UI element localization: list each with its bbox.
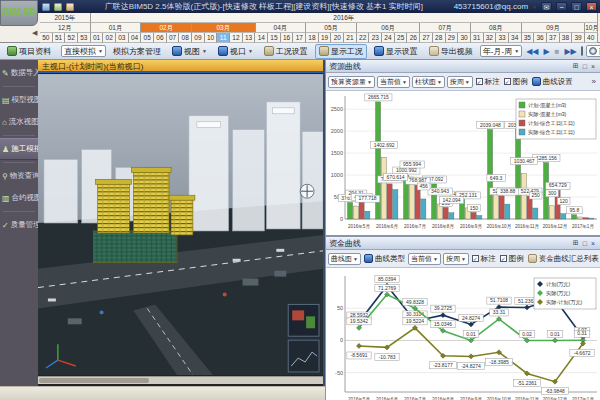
timeline-month[interactable]: 10月 [585,23,598,33]
timeline-month[interactable]: 09月 [522,23,585,33]
sidebar-item-2[interactable]: ▤模型视图 [0,89,38,111]
timeline-week[interactable]: 32 [484,33,497,43]
fund-summary-button[interactable]: 资金曲线汇总列表 [527,254,600,264]
timeline-week[interactable]: 21 [344,33,357,43]
fund-chart-style-select[interactable]: 曲线图 ▼ [328,253,361,265]
line-chart-svg[interactable]: -5005028.593285.039430.310439.272524.827… [326,268,600,400]
resource-type-select[interactable]: 预算资源量 ▼ [328,76,375,88]
display-settings-button[interactable]: 显示设置 [370,44,422,59]
timeline-week[interactable]: 26 [407,33,420,43]
period-select[interactable]: 按周 ▼ [447,76,473,88]
show-condition-button[interactable]: 显示工况 [315,44,367,59]
close-icon[interactable]: × [589,63,597,70]
play-button[interactable]: ▶ [542,47,550,56]
timeline-week[interactable]: 12 [230,33,243,43]
timeline-year[interactable]: 2016年 [91,13,598,23]
account-dropdown-icon[interactable]: ▼ [532,4,537,10]
timeline-month[interactable]: 08月 [471,23,522,33]
timeline-week[interactable]: 28 [433,33,446,43]
viewport-scrollbar[interactable] [38,376,323,384]
help-icon[interactable] [66,3,74,11]
curve-type-button[interactable]: 曲线类型 [363,254,406,264]
export-video-button[interactable]: 导出视频 [425,44,477,59]
timeline-month[interactable]: 04月 [256,23,307,33]
timeline-week[interactable]: 25 [395,33,408,43]
sidebar-item-3[interactable]: ⌂流水视图 [0,111,38,133]
resource-chart[interactable]: 05001000150020002500376.3742665.7151000.… [326,91,600,235]
navigation-wheel-icon[interactable] [300,184,314,198]
time-unit-select[interactable]: 年-月-周 ▼ [480,45,522,57]
3d-scene[interactable] [38,73,323,376]
timeline-week[interactable]: 22 [357,33,370,43]
timeline-week[interactable]: 29 [446,33,459,43]
timeline-year[interactable]: 2015年 [40,13,91,23]
sidebar-item-7[interactable]: ✓质量管理 [0,214,38,236]
timeline-week[interactable]: 14 [255,33,268,43]
value-mode-select[interactable]: 当前值 ▼ [377,76,410,88]
timeline-week[interactable]: 36 [534,33,547,43]
camera-view-select[interactable]: 西南等轴测 ▼ [586,45,600,57]
scrollbar-thumb[interactable] [39,378,149,383]
float-icon[interactable]: □ [581,63,589,70]
timeline-week[interactable]: 04 [129,33,142,43]
timeline-week[interactable]: 24 [382,33,395,43]
fund-chart[interactable]: -5005028.593285.039430.310439.272524.827… [326,268,600,400]
simulation-mode-select[interactable]: 直接模拟 ▼ [61,45,106,57]
timeline-week[interactable]: 31 [471,33,484,43]
timeline-week[interactable]: 50 [40,33,53,43]
account-email[interactable]: 453715601@qq.com [454,2,528,11]
rewind-button[interactable]: ◀◀ [525,47,539,56]
pin-icon[interactable]: ⊞ [571,62,581,70]
sidebar-item-5[interactable]: ⚲物资查询 [0,165,38,187]
timeline-week[interactable]: 13 [243,33,256,43]
viewport-tab[interactable]: 主视口-(计划时间)(当前视口) [38,60,323,73]
fund-label-checkbox[interactable]: ✓ 标注 [471,254,497,264]
timeline-week[interactable]: 10 [205,33,218,43]
bar-chart-svg[interactable]: 05001000150020002500376.3742665.7151000.… [326,91,600,231]
model-viewport[interactable]: 主视口-(计划时间)(当前视口) [38,60,325,386]
simulation-plan-button[interactable]: 模拟方案管理 [109,44,165,59]
close-icon[interactable]: × [589,240,597,247]
timeline-week[interactable]: 34 [509,33,522,43]
timeline-week[interactable]: 38 [560,33,573,43]
timeline-month[interactable]: 05月 [306,23,357,33]
legend-checkbox[interactable]: ✓ 图例 [503,77,529,87]
float-icon[interactable]: □ [581,240,589,247]
timeline-month[interactable]: 01月 [91,23,142,33]
timeline-week[interactable]: 11 [217,33,230,43]
timeline-scroll-left-icon[interactable]: ◀ [32,29,37,37]
minimize-button[interactable]: − [556,2,567,11]
maximize-button[interactable]: □ [571,2,582,11]
curve-settings-button[interactable]: 曲线设置 [531,77,574,87]
timeline-week[interactable]: 37 [547,33,560,43]
timeline-week[interactable]: 17 [293,33,306,43]
timeline-week[interactable]: 01 [91,33,104,43]
timeline-month[interactable]: 06月 [357,23,420,33]
timeline-week[interactable]: 05 [141,33,154,43]
timeline-month[interactable]: 12月 [40,23,91,33]
timeline-month[interactable]: 03月 [192,23,255,33]
condition-settings-button[interactable]: 工况设置 [260,44,312,59]
sidebar-item-4[interactable]: ♟施工模拟 [0,138,38,160]
fast-forward-button[interactable]: ▶▶ [563,47,577,56]
toolbar-overflow-icon[interactable]: » [592,77,598,86]
timeline-month[interactable]: 07月 [420,23,471,33]
timeline-week[interactable]: 03 [116,33,129,43]
project-data-button[interactable]: 项目资料 [3,44,55,59]
mail-icon[interactable]: ✉ [541,2,552,11]
timeline-week[interactable]: 08 [179,33,192,43]
fund-legend-checkbox[interactable]: ✓ 图例 [499,254,525,264]
undo-icon[interactable] [54,3,62,11]
stop-button[interactable]: ■ [554,47,561,56]
fund-value-mode-select[interactable]: 当前值 ▼ [408,253,441,265]
timeline-week[interactable]: 27 [420,33,433,43]
fund-period-select[interactable]: 按周 ▼ [443,253,469,265]
timeline-week[interactable]: 20 [331,33,344,43]
timeline-month[interactable]: 02月 [141,23,192,33]
chart-style-select[interactable]: 柱状图 ▼ [412,76,445,88]
timeline-week[interactable]: 51 [53,33,66,43]
timeline-week[interactable]: 23 [369,33,382,43]
timeline-week[interactable]: 06 [154,33,167,43]
close-button[interactable]: × [586,2,597,11]
gantt-timeline[interactable]: ◀ 2015年2016年 12月01月02月03月04月05月06月07月08月… [0,13,600,43]
